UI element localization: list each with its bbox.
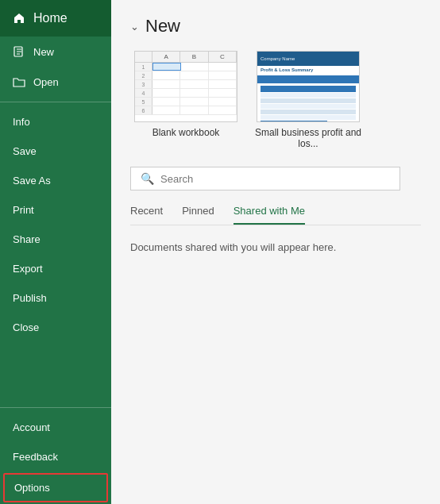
sidebar-item-share[interactable]: Share: [0, 225, 111, 254]
tab-pinned[interactable]: Pinned: [182, 205, 214, 225]
page-title: ⌄ New: [130, 16, 421, 37]
home-icon: [13, 12, 25, 25]
tab-recent[interactable]: Recent: [130, 205, 163, 225]
sidebar-item-save-as-label: Save As: [13, 175, 51, 187]
tabs-row: Recent Pinned Shared with Me: [130, 205, 421, 225]
sidebar: Home New Open Info Save Save As Print Sh…: [0, 0, 111, 504]
open-icon: [13, 75, 25, 88]
sidebar-item-home[interactable]: Home: [0, 0, 111, 37]
template-blank[interactable]: A B C 1 2 3 4 5 6 Blank workbook: [130, 51, 241, 149]
sidebar-item-save[interactable]: Save: [0, 137, 111, 166]
home-label: Home: [33, 11, 68, 25]
sidebar-item-open[interactable]: Open: [0, 67, 111, 97]
sidebar-item-save-as[interactable]: Save As: [0, 166, 111, 195]
sidebar-item-options-label: Options: [14, 482, 50, 494]
sidebar-item-export-label: Export: [13, 263, 43, 275]
sidebar-item-feedback-label: Feedback: [13, 451, 58, 463]
template-blank-thumb: A B C 1 2 3 4 5 6: [134, 51, 237, 122]
sidebar-item-print[interactable]: Print: [0, 195, 111, 225]
sidebar-item-save-label: Save: [13, 145, 37, 157]
sidebar-item-options[interactable]: Options: [3, 473, 108, 502]
sidebar-item-new-label: New: [33, 46, 54, 58]
sidebar-item-share-label: Share: [13, 233, 41, 245]
sidebar-item-new[interactable]: New: [0, 37, 111, 67]
search-icon: 🔍: [141, 172, 154, 185]
sidebar-item-export[interactable]: Export: [0, 254, 111, 283]
sidebar-item-publish-label: Publish: [13, 292, 47, 304]
sidebar-item-info-label: Info: [13, 116, 30, 128]
sidebar-item-print-label: Print: [13, 204, 34, 216]
sidebar-item-publish[interactable]: Publish: [0, 283, 111, 313]
blank-workbook-preview: A B C 1 2 3 4 5 6: [135, 52, 237, 121]
shared-empty-message: Documents shared with you will appear he…: [130, 241, 421, 253]
sidebar-item-close-label: Close: [13, 321, 39, 333]
sidebar-item-account-label: Account: [13, 421, 50, 433]
sidebar-item-close[interactable]: Close: [0, 313, 111, 342]
templates-row: A B C 1 2 3 4 5 6 Blank workbook: [130, 51, 421, 149]
template-business-thumb: Company Name Profit & Loss Summary: [257, 51, 360, 122]
sidebar-item-account[interactable]: Account: [0, 413, 111, 442]
sidebar-divider-2: [0, 407, 111, 408]
template-business[interactable]: Company Name Profit & Loss Summary: [253, 51, 364, 149]
search-bar[interactable]: 🔍: [130, 167, 400, 190]
search-input[interactable]: [160, 173, 390, 185]
sidebar-item-feedback[interactable]: Feedback: [0, 442, 111, 471]
sidebar-divider-1: [0, 102, 111, 102]
template-blank-label: Blank workbook: [152, 127, 220, 138]
template-business-label: Small business profit and los...: [253, 127, 364, 149]
main-content: ⌄ New A B C 1 2 3 4: [111, 0, 440, 504]
sidebar-item-info[interactable]: Info: [0, 107, 111, 137]
sidebar-bottom-section: Account Feedback Options: [0, 402, 111, 504]
new-icon: [13, 45, 25, 58]
biz-preview: Company Name Profit & Loss Summary: [257, 52, 359, 121]
tab-shared-with-me[interactable]: Shared with Me: [234, 205, 305, 225]
sidebar-item-open-label: Open: [33, 76, 59, 88]
chevron-down-icon: ⌄: [130, 21, 139, 33]
